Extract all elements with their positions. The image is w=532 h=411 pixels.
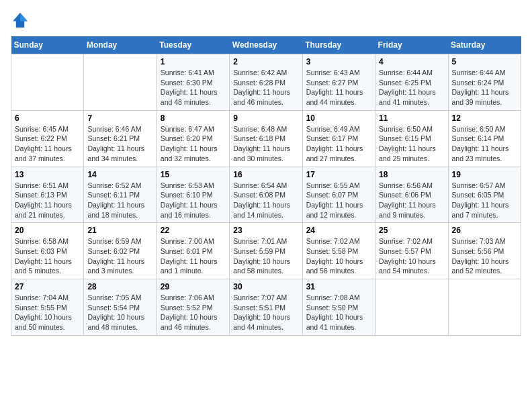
calendar-week-1: 1Sunrise: 6:41 AM Sunset: 6:30 PM Daylig… xyxy=(11,54,521,111)
calendar-cell: 30Sunrise: 7:07 AM Sunset: 5:51 PM Dayli… xyxy=(230,279,302,336)
day-number: 23 xyxy=(233,226,298,235)
day-info: Sunrise: 7:04 AM Sunset: 5:55 PM Dayligh… xyxy=(15,293,80,332)
day-number: 21 xyxy=(87,226,152,235)
day-number: 18 xyxy=(379,170,444,179)
calendar-cell: 27Sunrise: 7:04 AM Sunset: 5:55 PM Dayli… xyxy=(11,279,84,336)
calendar-cell: 26Sunrise: 7:03 AM Sunset: 5:56 PM Dayli… xyxy=(448,223,521,279)
calendar-cell: 21Sunrise: 6:59 AM Sunset: 6:02 PM Dayli… xyxy=(84,223,157,279)
calendar-cell: 5Sunrise: 6:44 AM Sunset: 6:24 PM Daylig… xyxy=(448,54,521,111)
calendar-cell: 11Sunrise: 6:50 AM Sunset: 6:15 PM Dayli… xyxy=(375,110,448,167)
day-number: 17 xyxy=(306,170,371,179)
day-number: 25 xyxy=(379,226,444,235)
day-number: 12 xyxy=(452,113,517,123)
day-info: Sunrise: 6:48 AM Sunset: 6:18 PM Dayligh… xyxy=(233,124,298,164)
calendar-week-3: 13Sunrise: 6:51 AM Sunset: 6:13 PM Dayli… xyxy=(11,167,521,223)
calendar-cell xyxy=(375,279,448,336)
day-number: 9 xyxy=(233,113,298,123)
day-info: Sunrise: 7:01 AM Sunset: 5:59 PM Dayligh… xyxy=(233,236,298,276)
day-info: Sunrise: 6:50 AM Sunset: 6:15 PM Dayligh… xyxy=(379,124,444,164)
calendar-cell: 22Sunrise: 7:00 AM Sunset: 6:01 PM Dayli… xyxy=(157,223,229,279)
day-number: 4 xyxy=(379,57,444,66)
calendar-cell xyxy=(448,279,521,336)
day-info: Sunrise: 6:45 AM Sunset: 6:22 PM Dayligh… xyxy=(15,124,80,164)
calendar-cell: 14Sunrise: 6:52 AM Sunset: 6:11 PM Dayli… xyxy=(84,167,157,223)
day-info: Sunrise: 6:42 AM Sunset: 6:28 PM Dayligh… xyxy=(233,68,298,107)
day-number: 1 xyxy=(161,57,226,66)
calendar-cell: 15Sunrise: 6:53 AM Sunset: 6:10 PM Dayli… xyxy=(157,167,229,223)
header-sunday: Sunday xyxy=(11,36,84,54)
calendar-header-row: SundayMondayTuesdayWednesdayThursdayFrid… xyxy=(11,36,521,54)
calendar-cell: 20Sunrise: 6:58 AM Sunset: 6:03 PM Dayli… xyxy=(11,223,84,279)
day-info: Sunrise: 7:06 AM Sunset: 5:52 PM Dayligh… xyxy=(161,293,226,332)
header-friday: Friday xyxy=(375,36,448,54)
day-info: Sunrise: 6:44 AM Sunset: 6:24 PM Dayligh… xyxy=(452,68,517,107)
header-thursday: Thursday xyxy=(302,36,375,54)
day-number: 29 xyxy=(161,282,226,291)
day-number: 31 xyxy=(306,282,371,291)
day-info: Sunrise: 7:07 AM Sunset: 5:51 PM Dayligh… xyxy=(233,293,298,332)
logo xyxy=(11,11,32,30)
logo-icon xyxy=(11,11,30,30)
day-info: Sunrise: 6:50 AM Sunset: 6:14 PM Dayligh… xyxy=(452,124,517,164)
day-number: 8 xyxy=(161,113,226,123)
calendar-table: SundayMondayTuesdayWednesdayThursdayFrid… xyxy=(11,36,521,336)
day-number: 7 xyxy=(87,113,152,123)
day-info: Sunrise: 6:49 AM Sunset: 6:17 PM Dayligh… xyxy=(306,124,371,164)
calendar-week-5: 27Sunrise: 7:04 AM Sunset: 5:55 PM Dayli… xyxy=(11,279,521,336)
calendar-cell: 12Sunrise: 6:50 AM Sunset: 6:14 PM Dayli… xyxy=(448,110,521,167)
calendar-cell xyxy=(84,54,157,111)
day-info: Sunrise: 7:02 AM Sunset: 5:57 PM Dayligh… xyxy=(379,236,444,276)
day-number: 15 xyxy=(161,170,226,179)
day-number: 3 xyxy=(306,57,371,66)
day-info: Sunrise: 7:03 AM Sunset: 5:56 PM Dayligh… xyxy=(452,236,517,276)
page-header xyxy=(11,11,521,30)
calendar-cell: 10Sunrise: 6:49 AM Sunset: 6:17 PM Dayli… xyxy=(302,110,375,167)
calendar-cell: 7Sunrise: 6:46 AM Sunset: 6:21 PM Daylig… xyxy=(84,110,157,167)
day-info: Sunrise: 6:46 AM Sunset: 6:21 PM Dayligh… xyxy=(87,124,152,164)
calendar-cell: 24Sunrise: 7:02 AM Sunset: 5:58 PM Dayli… xyxy=(302,223,375,279)
header-wednesday: Wednesday xyxy=(230,36,302,54)
day-number: 28 xyxy=(87,282,152,291)
calendar-cell: 28Sunrise: 7:05 AM Sunset: 5:54 PM Dayli… xyxy=(84,279,157,336)
calendar-cell: 8Sunrise: 6:47 AM Sunset: 6:20 PM Daylig… xyxy=(157,110,229,167)
day-info: Sunrise: 6:44 AM Sunset: 6:25 PM Dayligh… xyxy=(379,68,444,107)
calendar-cell: 6Sunrise: 6:45 AM Sunset: 6:22 PM Daylig… xyxy=(11,110,84,167)
day-number: 10 xyxy=(306,113,371,123)
day-number: 20 xyxy=(15,226,80,235)
calendar-cell xyxy=(11,54,84,111)
calendar-cell: 31Sunrise: 7:08 AM Sunset: 5:50 PM Dayli… xyxy=(302,279,375,336)
day-number: 6 xyxy=(15,113,80,123)
day-number: 30 xyxy=(233,282,298,291)
day-info: Sunrise: 6:52 AM Sunset: 6:11 PM Dayligh… xyxy=(87,181,152,220)
day-info: Sunrise: 7:08 AM Sunset: 5:50 PM Dayligh… xyxy=(306,293,371,332)
day-info: Sunrise: 6:57 AM Sunset: 6:05 PM Dayligh… xyxy=(452,181,517,220)
calendar-cell: 23Sunrise: 7:01 AM Sunset: 5:59 PM Dayli… xyxy=(230,223,302,279)
calendar-cell: 3Sunrise: 6:43 AM Sunset: 6:27 PM Daylig… xyxy=(302,54,375,111)
calendar-cell: 4Sunrise: 6:44 AM Sunset: 6:25 PM Daylig… xyxy=(375,54,448,111)
day-info: Sunrise: 6:43 AM Sunset: 6:27 PM Dayligh… xyxy=(306,68,371,107)
day-info: Sunrise: 6:53 AM Sunset: 6:10 PM Dayligh… xyxy=(161,181,226,220)
day-info: Sunrise: 7:05 AM Sunset: 5:54 PM Dayligh… xyxy=(87,293,152,332)
day-info: Sunrise: 6:56 AM Sunset: 6:06 PM Dayligh… xyxy=(379,181,444,220)
day-info: Sunrise: 7:02 AM Sunset: 5:58 PM Dayligh… xyxy=(306,236,371,276)
calendar-cell: 13Sunrise: 6:51 AM Sunset: 6:13 PM Dayli… xyxy=(11,167,84,223)
calendar-cell: 2Sunrise: 6:42 AM Sunset: 6:28 PM Daylig… xyxy=(230,54,302,111)
day-number: 11 xyxy=(379,113,444,123)
day-info: Sunrise: 6:51 AM Sunset: 6:13 PM Dayligh… xyxy=(15,181,80,220)
day-info: Sunrise: 6:58 AM Sunset: 6:03 PM Dayligh… xyxy=(15,236,80,276)
calendar-cell: 18Sunrise: 6:56 AM Sunset: 6:06 PM Dayli… xyxy=(375,167,448,223)
day-number: 26 xyxy=(452,226,517,235)
calendar-cell: 25Sunrise: 7:02 AM Sunset: 5:57 PM Dayli… xyxy=(375,223,448,279)
day-number: 5 xyxy=(452,57,517,66)
svg-marker-1 xyxy=(20,13,28,21)
day-info: Sunrise: 6:59 AM Sunset: 6:02 PM Dayligh… xyxy=(87,236,152,276)
calendar-cell: 9Sunrise: 6:48 AM Sunset: 6:18 PM Daylig… xyxy=(230,110,302,167)
day-info: Sunrise: 6:41 AM Sunset: 6:30 PM Dayligh… xyxy=(161,68,226,107)
header-saturday: Saturday xyxy=(448,36,521,54)
calendar-cell: 17Sunrise: 6:55 AM Sunset: 6:07 PM Dayli… xyxy=(302,167,375,223)
calendar-cell: 29Sunrise: 7:06 AM Sunset: 5:52 PM Dayli… xyxy=(157,279,229,336)
day-number: 19 xyxy=(452,170,517,179)
day-number: 24 xyxy=(306,226,371,235)
calendar-cell: 19Sunrise: 6:57 AM Sunset: 6:05 PM Dayli… xyxy=(448,167,521,223)
calendar-week-4: 20Sunrise: 6:58 AM Sunset: 6:03 PM Dayli… xyxy=(11,223,521,279)
